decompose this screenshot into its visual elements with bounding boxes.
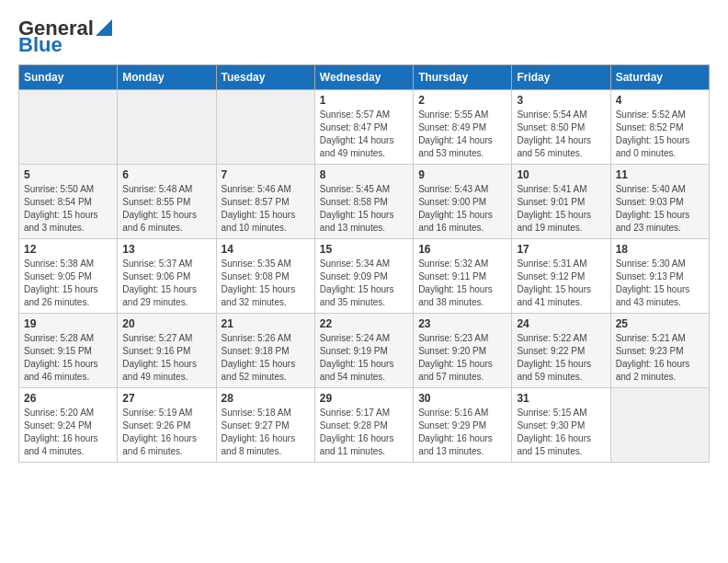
calendar-cell: 12Sunrise: 5:38 AM Sunset: 9:05 PM Dayli… (19, 239, 118, 314)
calendar-cell: 15Sunrise: 5:34 AM Sunset: 9:09 PM Dayli… (314, 239, 413, 314)
day-info: Sunrise: 5:20 AM Sunset: 9:24 PM Dayligh… (24, 407, 112, 458)
calendar-cell: 2Sunrise: 5:55 AM Sunset: 8:49 PM Daylig… (414, 90, 512, 165)
day-info: Sunrise: 5:57 AM Sunset: 8:47 PM Dayligh… (320, 109, 408, 160)
day-number: 17 (517, 243, 605, 256)
calendar-cell: 3Sunrise: 5:54 AM Sunset: 8:50 PM Daylig… (512, 90, 610, 165)
calendar-cell (216, 90, 314, 165)
day-number: 1 (320, 94, 408, 107)
day-info: Sunrise: 5:55 AM Sunset: 8:49 PM Dayligh… (418, 109, 506, 160)
day-info: Sunrise: 5:15 AM Sunset: 9:30 PM Dayligh… (517, 407, 605, 458)
day-number: 7 (222, 168, 310, 181)
day-info: Sunrise: 5:30 AM Sunset: 9:13 PM Dayligh… (616, 258, 704, 309)
calendar-cell: 30Sunrise: 5:16 AM Sunset: 9:29 PM Dayli… (414, 388, 512, 463)
day-number: 26 (24, 392, 112, 405)
day-number: 25 (616, 317, 704, 330)
day-info: Sunrise: 5:38 AM Sunset: 9:05 PM Dayligh… (24, 258, 112, 309)
header-wednesday: Wednesday (314, 65, 413, 90)
logo-icon (96, 19, 112, 36)
header-tuesday: Tuesday (216, 65, 314, 90)
calendar-cell: 9Sunrise: 5:43 AM Sunset: 9:00 PM Daylig… (414, 165, 512, 239)
day-number: 27 (122, 392, 210, 405)
calendar-cell: 22Sunrise: 5:24 AM Sunset: 9:19 PM Dayli… (314, 314, 413, 388)
page-header: General Blue (18, 18, 710, 55)
calendar-cell: 4Sunrise: 5:52 AM Sunset: 8:52 PM Daylig… (610, 90, 709, 165)
day-number: 12 (24, 243, 112, 256)
day-number: 5 (24, 168, 112, 181)
calendar-cell: 5Sunrise: 5:50 AM Sunset: 8:54 PM Daylig… (19, 165, 118, 239)
calendar-cell: 24Sunrise: 5:22 AM Sunset: 9:22 PM Dayli… (512, 314, 610, 388)
calendar-cell: 19Sunrise: 5:28 AM Sunset: 9:15 PM Dayli… (19, 314, 118, 388)
day-info: Sunrise: 5:34 AM Sunset: 9:09 PM Dayligh… (320, 258, 408, 309)
calendar-cell: 18Sunrise: 5:30 AM Sunset: 9:13 PM Dayli… (610, 239, 709, 314)
day-info: Sunrise: 5:22 AM Sunset: 9:22 PM Dayligh… (517, 332, 605, 384)
calendar-cell: 16Sunrise: 5:32 AM Sunset: 9:11 PM Dayli… (414, 239, 512, 314)
calendar-week-row: 26Sunrise: 5:20 AM Sunset: 9:24 PM Dayli… (19, 388, 710, 463)
logo-blue: Blue (18, 35, 63, 55)
header-monday: Monday (118, 65, 216, 90)
calendar-week-row: 1Sunrise: 5:57 AM Sunset: 8:47 PM Daylig… (19, 90, 710, 165)
day-info: Sunrise: 5:35 AM Sunset: 9:08 PM Dayligh… (222, 258, 310, 309)
calendar-cell: 28Sunrise: 5:18 AM Sunset: 9:27 PM Dayli… (216, 388, 314, 463)
header-friday: Friday (512, 65, 610, 90)
calendar-cell: 14Sunrise: 5:35 AM Sunset: 9:08 PM Dayli… (216, 239, 314, 314)
calendar-cell: 10Sunrise: 5:41 AM Sunset: 9:01 PM Dayli… (512, 165, 610, 239)
calendar-cell: 29Sunrise: 5:17 AM Sunset: 9:28 PM Dayli… (314, 388, 413, 463)
calendar-cell: 26Sunrise: 5:20 AM Sunset: 9:24 PM Dayli… (19, 388, 118, 463)
day-info: Sunrise: 5:48 AM Sunset: 8:55 PM Dayligh… (122, 183, 210, 235)
day-number: 4 (616, 94, 704, 107)
day-number: 3 (517, 94, 605, 107)
header-sunday: Sunday (19, 65, 118, 90)
day-number: 15 (320, 243, 408, 256)
day-info: Sunrise: 5:37 AM Sunset: 9:06 PM Dayligh… (122, 258, 210, 309)
calendar-cell: 20Sunrise: 5:27 AM Sunset: 9:16 PM Dayli… (118, 314, 216, 388)
day-info: Sunrise: 5:17 AM Sunset: 9:28 PM Dayligh… (320, 407, 408, 458)
day-info: Sunrise: 5:19 AM Sunset: 9:26 PM Dayligh… (122, 407, 210, 458)
day-number: 11 (616, 168, 704, 181)
header-saturday: Saturday (610, 65, 709, 90)
calendar-cell (610, 388, 709, 463)
day-info: Sunrise: 5:16 AM Sunset: 9:29 PM Dayligh… (418, 407, 506, 458)
calendar-week-row: 5Sunrise: 5:50 AM Sunset: 8:54 PM Daylig… (19, 165, 710, 239)
day-info: Sunrise: 5:21 AM Sunset: 9:23 PM Dayligh… (616, 332, 704, 384)
day-info: Sunrise: 5:40 AM Sunset: 9:03 PM Dayligh… (616, 183, 704, 235)
calendar-cell: 11Sunrise: 5:40 AM Sunset: 9:03 PM Dayli… (610, 165, 709, 239)
day-info: Sunrise: 5:41 AM Sunset: 9:01 PM Dayligh… (517, 183, 605, 235)
svg-marker-0 (96, 19, 112, 36)
calendar-table: SundayMondayTuesdayWednesdayThursdayFrid… (18, 64, 710, 463)
day-info: Sunrise: 5:23 AM Sunset: 9:20 PM Dayligh… (418, 332, 506, 384)
calendar-week-row: 12Sunrise: 5:38 AM Sunset: 9:05 PM Dayli… (19, 239, 710, 314)
calendar-cell: 27Sunrise: 5:19 AM Sunset: 9:26 PM Dayli… (118, 388, 216, 463)
day-number: 29 (320, 392, 408, 405)
day-info: Sunrise: 5:52 AM Sunset: 8:52 PM Dayligh… (616, 109, 704, 160)
calendar-cell: 7Sunrise: 5:46 AM Sunset: 8:57 PM Daylig… (216, 165, 314, 239)
calendar-week-row: 19Sunrise: 5:28 AM Sunset: 9:15 PM Dayli… (19, 314, 710, 388)
day-number: 13 (122, 243, 210, 256)
calendar-cell (19, 90, 118, 165)
day-number: 31 (517, 392, 605, 405)
day-number: 24 (517, 317, 605, 330)
day-number: 9 (418, 168, 506, 181)
calendar-cell: 31Sunrise: 5:15 AM Sunset: 9:30 PM Dayli… (512, 388, 610, 463)
calendar-cell: 21Sunrise: 5:26 AM Sunset: 9:18 PM Dayli… (216, 314, 314, 388)
day-info: Sunrise: 5:27 AM Sunset: 9:16 PM Dayligh… (122, 332, 210, 384)
day-number: 6 (122, 168, 210, 181)
day-number: 22 (320, 317, 408, 330)
calendar-cell: 17Sunrise: 5:31 AM Sunset: 9:12 PM Dayli… (512, 239, 610, 314)
day-info: Sunrise: 5:32 AM Sunset: 9:11 PM Dayligh… (418, 258, 506, 309)
calendar-cell: 6Sunrise: 5:48 AM Sunset: 8:55 PM Daylig… (118, 165, 216, 239)
day-info: Sunrise: 5:24 AM Sunset: 9:19 PM Dayligh… (320, 332, 408, 384)
day-number: 21 (222, 317, 310, 330)
day-info: Sunrise: 5:54 AM Sunset: 8:50 PM Dayligh… (517, 109, 605, 160)
day-number: 14 (222, 243, 310, 256)
day-info: Sunrise: 5:50 AM Sunset: 8:54 PM Dayligh… (24, 183, 112, 235)
calendar-cell (118, 90, 216, 165)
day-number: 28 (222, 392, 310, 405)
calendar-cell: 23Sunrise: 5:23 AM Sunset: 9:20 PM Dayli… (414, 314, 512, 388)
day-number: 16 (418, 243, 506, 256)
day-number: 10 (517, 168, 605, 181)
calendar-cell: 1Sunrise: 5:57 AM Sunset: 8:47 PM Daylig… (314, 90, 413, 165)
calendar-cell: 25Sunrise: 5:21 AM Sunset: 9:23 PM Dayli… (610, 314, 709, 388)
day-info: Sunrise: 5:43 AM Sunset: 9:00 PM Dayligh… (418, 183, 506, 235)
day-number: 19 (24, 317, 112, 330)
calendar-cell: 8Sunrise: 5:45 AM Sunset: 8:58 PM Daylig… (314, 165, 413, 239)
